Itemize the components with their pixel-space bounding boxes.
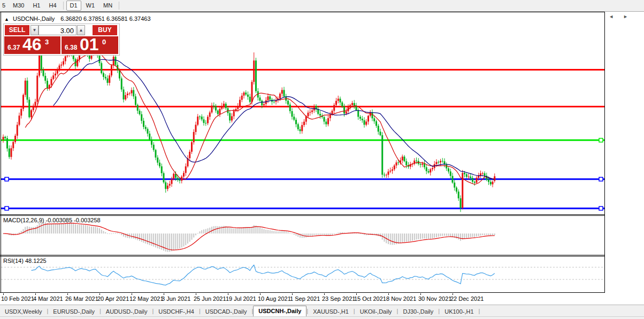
panel-separator[interactable]: [0, 255, 644, 255]
buy-price-big: 01: [80, 35, 99, 55]
date-tick: [3, 293, 4, 295]
buy-price-display[interactable]: 6.38 01 0: [62, 36, 118, 54]
date-tick: [99, 293, 100, 295]
tab-usdcad-daily[interactable]: USDCAD-,Daily: [201, 307, 252, 316]
tab-usdx-weekly[interactable]: USDX,Weekly: [0, 307, 47, 316]
panel-separator[interactable]: [0, 214, 644, 215]
tab-scroll-arrows: ◄►: [609, 14, 638, 19]
date-label: 30 Nov 2021: [418, 295, 451, 302]
date-tick: [35, 293, 36, 295]
sell-price-display[interactable]: 6.37 46 3: [4, 36, 60, 54]
rsi-indicator-svg[interactable]: [1, 256, 604, 292]
macd-histogram: [3, 222, 495, 252]
timeframe-button-h4[interactable]: H4: [45, 1, 60, 11]
ohlc-values: 6.36820 6.37851 6.36581 6.37463: [60, 15, 150, 22]
date-label: 22 Dec 2021: [450, 295, 484, 302]
date-label: 19 Jul 2021: [226, 295, 256, 302]
volume-input[interactable]: 3.00: [39, 25, 76, 35]
timeframe-button-mn[interactable]: MN: [99, 1, 116, 11]
volume-stepper-down[interactable]: ▼: [30, 25, 39, 35]
date-label: 4 Mar 2021: [33, 295, 63, 302]
date-tick: [196, 293, 196, 295]
chart-tab-bar: USDX,Weekly|EURUSD-,Daily|AUDUSD-,Daily|…: [0, 305, 644, 316]
tab-scroll-right-icon[interactable]: ►: [623, 14, 638, 19]
line-handle[interactable]: [599, 138, 603, 142]
date-label: 26 Mar 2021: [65, 295, 98, 302]
price-axis[interactable]: 6.591206.566706.542906.494606.445606.397…: [605, 12, 644, 293]
sell-price-small: 6.37: [7, 44, 20, 51]
tab-usdcnh-daily[interactable]: USDCNH-,Daily: [253, 306, 306, 316]
one-click-trade-widget: SELL ▼ 3.00 ▲ BUY 6.37 46 3 6.38 01 0: [3, 24, 120, 56]
date-tick: [324, 293, 325, 295]
line-handle[interactable]: [5, 177, 9, 181]
chart-ohlc-header: ▲ USDCNH-,Daily 6.36820 6.37851 6.36581 …: [4, 15, 151, 22]
mt4-window: { "toolbar":{ "timeframes":[ {"label":"5…: [0, 0, 644, 319]
tab-uk100-h1[interactable]: UK100-,H1: [440, 307, 478, 316]
timeframe-button-h1[interactable]: H1: [29, 1, 44, 11]
buy-price-small: 6.38: [65, 44, 77, 51]
sell-price-sup: 3: [45, 38, 49, 46]
date-tick: [356, 293, 357, 295]
date-label: 12 May 2021: [129, 295, 164, 302]
date-tick: [453, 293, 453, 295]
date-axis[interactable]: 10 Feb 20214 Mar 202126 Mar 202120 Apr 2…: [0, 293, 644, 304]
date-label: 3 Jun 2021: [162, 295, 190, 302]
tab-dj30-daily[interactable]: DJ30-,Daily: [398, 307, 438, 316]
tab-xauusd-h1[interactable]: XAUUSD-,H1: [308, 307, 354, 316]
timeframe-button-d1[interactable]: D1: [66, 1, 81, 11]
buy-price-sup: 0: [102, 38, 106, 46]
date-tick: [292, 293, 293, 295]
timeframe-button-5[interactable]: 5: [1, 1, 8, 11]
date-tick: [67, 293, 68, 295]
rsi-label: RSI(14) 48.1225: [3, 258, 47, 264]
collapse-trade-panel-icon[interactable]: ▲: [4, 17, 9, 22]
date-label: 20 Apr 2021: [97, 295, 129, 302]
tab-eurusd-daily[interactable]: EURUSD-,Daily: [48, 307, 99, 316]
volume-stepper-up[interactable]: ▲: [77, 25, 85, 35]
timeframe-toolbar: 5M30H1H4D1W1MN: [0, 0, 644, 12]
date-tick: [388, 293, 389, 295]
line-handle[interactable]: [599, 206, 603, 210]
sell-button[interactable]: SELL: [5, 25, 29, 35]
date-label: 10 Aug 2021: [258, 295, 291, 302]
tab-audusd-daily[interactable]: AUDUSD-,Daily: [101, 307, 152, 316]
date-tick: [228, 293, 228, 295]
chart-window: ▲ USDCNH-,Daily 6.36820 6.37851 6.36581 …: [0, 12, 644, 319]
toolbar-separator: [63, 2, 64, 10]
triangle-up-icon: ▲: [79, 28, 83, 33]
tab-usdchf-h4[interactable]: USDCHF-,H4: [154, 307, 199, 316]
status-bar: [0, 316, 644, 319]
timeframe-button-m30[interactable]: M30: [9, 1, 28, 11]
date-label: 23 Sep 2021: [322, 295, 355, 302]
line-handle[interactable]: [5, 206, 9, 210]
triangle-down-icon: ▼: [33, 28, 37, 33]
symbol-period-label: USDCNH-,Daily: [13, 15, 55, 22]
macd-label: MACD(12,26,9) -0.003085 -0.003258: [3, 217, 101, 223]
date-label: 1 Sep 2021: [290, 295, 320, 302]
tab-ukoil-daily[interactable]: UKOil-,Daily: [355, 307, 397, 316]
date-label: 15 Oct 2021: [354, 295, 386, 302]
date-tick: [164, 293, 164, 295]
panel-separator: [0, 292, 644, 293]
tab-scroll-left-icon[interactable]: ◄: [609, 14, 623, 19]
date-tick: [132, 293, 132, 295]
toolbar-separator: [119, 2, 119, 10]
buy-button[interactable]: BUY: [93, 25, 117, 35]
line-handle[interactable]: [599, 177, 603, 181]
tab-separator: |: [479, 308, 480, 314]
date-tick: [420, 293, 421, 295]
panel-separator: [0, 12, 644, 12]
rsi-line: [32, 265, 495, 285]
date-label: 25 Jun 2021: [194, 295, 226, 302]
timeframe-button-w1[interactable]: W1: [82, 1, 99, 11]
date-label: 8 Nov 2021: [386, 295, 416, 302]
date-label: 10 Feb 2021: [1, 295, 34, 302]
date-tick: [260, 293, 260, 295]
sell-price-big: 46: [22, 35, 42, 55]
